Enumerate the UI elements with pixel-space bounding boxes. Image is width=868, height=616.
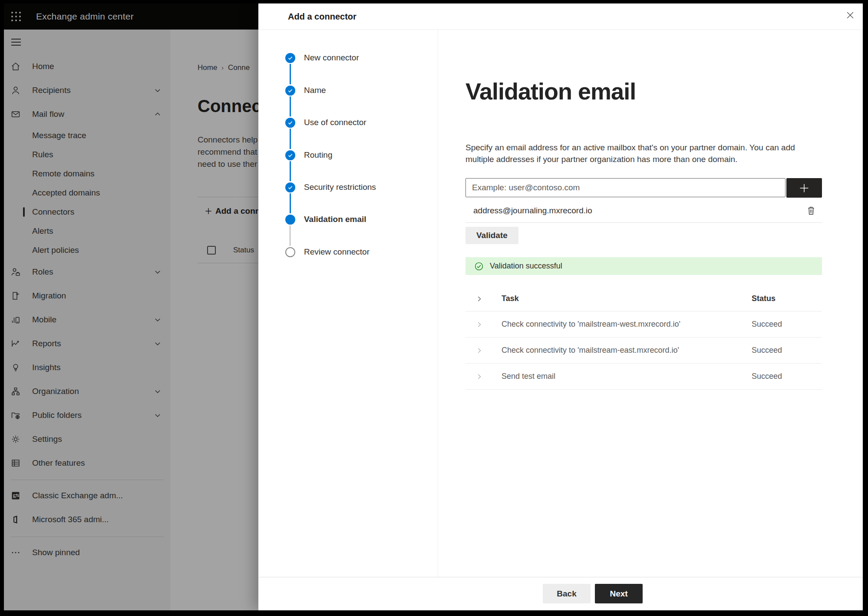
step-complete-icon: [285, 182, 295, 192]
step-complete-icon: [285, 150, 295, 160]
email-input-row: [465, 178, 822, 198]
step-connector-line: [290, 129, 291, 149]
next-button[interactable]: Next: [595, 584, 643, 603]
add-address-button[interactable]: [786, 178, 822, 198]
validation-results-table: Task Status Check connectivity to 'mails…: [465, 286, 822, 390]
dialog-title: Add a connector: [288, 3, 356, 30]
step-complete-icon: [285, 53, 295, 63]
step-connector-line: [290, 161, 291, 181]
step-heading: Validation email: [465, 77, 636, 105]
expand-all-chevron-icon[interactable]: [476, 295, 483, 303]
delete-address-button[interactable]: [805, 205, 817, 216]
add-connector-dialog: Add a connector New connector Name: [258, 3, 863, 610]
added-address-row: address@journaling.mxrecord.io: [465, 201, 822, 221]
validation-success-banner: Validation successful: [465, 257, 822, 275]
dialog-main-pane: Validation email Specify an email addres…: [465, 3, 822, 610]
step-current-icon: [285, 215, 295, 225]
close-icon: [845, 10, 855, 20]
step-connector-line: [290, 193, 291, 213]
step-connector-line: [290, 96, 291, 116]
task-column-header: Task: [502, 294, 519, 303]
close-button[interactable]: [844, 9, 856, 21]
status-value: Succeed: [752, 372, 782, 381]
success-check-icon: [474, 262, 484, 271]
plus-icon: [798, 182, 811, 195]
table-header-row: Task Status: [465, 286, 822, 311]
table-row[interactable]: Send test email Succeed: [465, 364, 822, 390]
screenshot-frame: Exchange admin center Home Recipients: [0, 0, 868, 616]
added-address-text: address@journaling.mxrecord.io: [473, 206, 592, 215]
step-upcoming-icon: [285, 247, 295, 257]
back-button[interactable]: Back: [543, 584, 591, 603]
step-connector-line: [290, 225, 290, 246]
status-value: Succeed: [752, 320, 782, 329]
step-complete-icon: [285, 86, 295, 96]
status-value: Succeed: [752, 346, 782, 355]
dialog-footer: Back Next: [258, 577, 863, 610]
step-complete-icon: [285, 118, 295, 128]
expand-row-chevron-icon[interactable]: [476, 372, 483, 381]
divider: [465, 222, 822, 223]
table-row[interactable]: Check connectivity to 'mailstream-east.m…: [465, 338, 822, 364]
step-description: Specify an email address for an active m…: [465, 142, 795, 165]
expand-row-chevron-icon[interactable]: [476, 346, 483, 355]
table-row[interactable]: Check connectivity to 'mailstream-west.m…: [465, 311, 822, 338]
validate-button[interactable]: Validate: [465, 227, 518, 244]
status-column-header: Status: [752, 294, 776, 303]
trash-icon: [806, 205, 816, 216]
expand-row-chevron-icon[interactable]: [476, 320, 483, 329]
email-address-input[interactable]: [465, 178, 785, 197]
wizard-rail-divider: [438, 30, 438, 577]
step-connector-line: [290, 64, 291, 84]
app-window: Exchange admin center Home Recipients: [4, 3, 863, 610]
banner-text: Validation successful: [490, 262, 562, 271]
